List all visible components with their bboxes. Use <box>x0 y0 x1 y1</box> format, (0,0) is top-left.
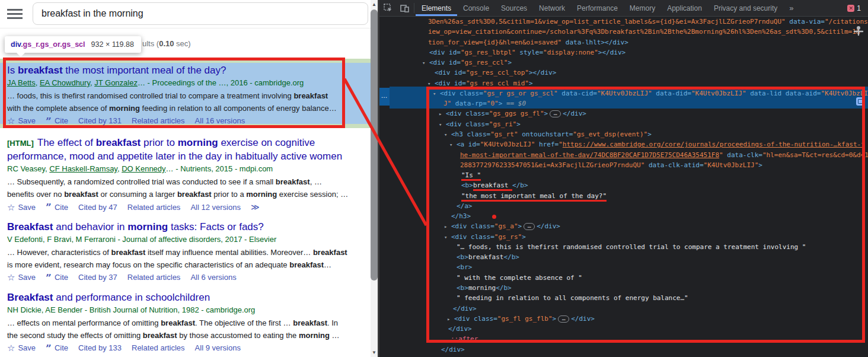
code-line[interactable]: </div> <box>379 304 868 314</box>
expand-arrow-icon[interactable]: ▸ <box>447 314 454 324</box>
expand-arrow-icon[interactable]: ▾ <box>449 140 457 150</box>
scrollbar-down-button[interactable]: ▼ <box>371 349 378 357</box>
code-line[interactable]: <b>breakfast</b> <box>379 252 868 262</box>
author-link[interactable]: JA Betts <box>7 78 36 87</box>
author-link[interactable]: JT Gonzalez <box>94 78 138 87</box>
author-link[interactable]: CF Haskell-Ramsay <box>49 164 117 173</box>
code-line[interactable]: ▸<div class="gs_fl gs_flb">…</div> <box>379 314 868 324</box>
code-line[interactable]: " feeding in relation to all components … <box>379 293 868 303</box>
expand-arrow-icon[interactable]: ▾ <box>422 58 429 68</box>
code-line[interactable]: ▾<div class="gs_r gs_or gs_scl" data-cid… <box>379 88 868 98</box>
result-action-link[interactable]: Related articles <box>132 343 185 352</box>
collapsed-content-badge[interactable]: … <box>550 110 561 117</box>
code-line[interactable]: </div> <box>379 345 868 355</box>
code-line[interactable]: </h3> <box>379 211 868 221</box>
code-line[interactable]: J" data-rp="0"> == $0 <box>379 98 868 109</box>
code-line[interactable]: "the most important meal of the day?" <box>379 191 868 201</box>
code-line[interactable]: ▸<div class="gs_ggs gs_fl">…</div> <box>379 109 868 119</box>
result-action-link[interactable]: ☆Save <box>7 116 36 125</box>
code-line[interactable]: </a> <box>379 201 868 211</box>
more-tabs-button[interactable]: » <box>783 0 799 16</box>
code-line[interactable]: 2883772976233547051&ei=Ax3FacjlLZGrieoP7… <box>379 160 868 170</box>
code-line[interactable]: ▸<div class="gs_r gs_or gs_scl" data-cid… <box>379 355 868 357</box>
author-link[interactable]: DO Kennedy <box>122 164 165 173</box>
code-line[interactable]: <br> <box>379 262 868 272</box>
expand-arrow-icon[interactable]: ▾ <box>444 130 451 140</box>
code-line[interactable]: <div id="gs_res_lbtpl" style="display:no… <box>379 47 868 58</box>
code-text: <b> <box>461 181 473 189</box>
menu-button[interactable] <box>7 9 23 19</box>
code-line[interactable]: ▾<a id="K4Utv0JbzLIJ" href="https://www.… <box>379 139 868 149</box>
code-line[interactable]: ▾<div class="gs_rs"> <box>379 232 868 242</box>
result-action-link[interactable]: ☆Save <box>7 203 36 212</box>
result-action-link[interactable]: ☆Save <box>7 273 36 282</box>
result-title-link[interactable]: [HTML]The effect of breakfast prior to m… <box>7 136 346 150</box>
result-action-link[interactable]: ☆Save <box>7 343 36 352</box>
expand-arrow-icon[interactable]: ▾ <box>427 79 435 89</box>
more-results-icon[interactable]: ≫ <box>251 202 260 212</box>
code-line[interactable]: <div id="gs_res_ccl_top"></div> <box>379 68 868 78</box>
expand-arrow-icon[interactable]: ▾ <box>439 120 446 130</box>
result-title-link[interactable]: Breakfast and behavior in morning tasks:… <box>7 221 346 234</box>
result-title-link[interactable]: Breakfast and performance in schoolchild… <box>7 291 346 304</box>
error-count-badge[interactable]: ✕ 1 <box>847 0 868 16</box>
result-action-link[interactable]: Cited by 37 <box>78 273 117 282</box>
code-line[interactable]: tion_for_view={id}&hl=en&oi=saved" data-… <box>379 37 868 47</box>
code-line[interactable]: he-most-important-meal-of-the-day/74DC8B… <box>379 150 868 160</box>
expand-arrow-icon[interactable]: ▾ <box>433 89 440 99</box>
result-action-link[interactable]: ”Cite <box>46 343 68 352</box>
result-action-link[interactable]: All 12 versions <box>190 203 241 212</box>
code-line[interactable]: " with the complete absence of " <box>379 273 868 283</box>
code-line[interactable]: ▾<div id="gs_res_ccl"> <box>379 58 868 68</box>
result-action-link[interactable]: ”Cite <box>46 203 68 212</box>
expand-arrow-icon[interactable]: ▸ <box>444 222 451 232</box>
devtools-tab-memory[interactable]: Memory <box>624 0 661 16</box>
result-title-link[interactable]: Is breakfast the most important meal of … <box>7 64 346 77</box>
device-toolbar-button[interactable] <box>396 0 413 16</box>
selected-row-action-icon[interactable] <box>856 97 864 106</box>
scrollbar-track[interactable]: ▲ ▼ <box>371 0 378 357</box>
result-action-link[interactable]: ”Cite <box>46 116 68 125</box>
devtools-tab-privacy-and-security[interactable]: Privacy and security <box>708 0 783 16</box>
devtools-tab-performance[interactable]: Performance <box>571 0 624 16</box>
devtools-tab-application[interactable]: Application <box>661 0 708 16</box>
expand-arrow-icon[interactable]: ▸ <box>439 109 446 119</box>
collapsed-content-badge[interactable]: … <box>558 315 569 323</box>
code-line[interactable]: <b>morning</b> <box>379 283 868 293</box>
code-line[interactable]: iew_op=view_citation&continue=/scholar%3… <box>379 27 868 37</box>
search-input[interactable] <box>33 2 368 25</box>
code-line[interactable]: 3Den%26as_sdt%3D0,5&citilm=1&view_op=lis… <box>379 17 868 27</box>
collapsed-content-badge[interactable]: … <box>524 223 535 230</box>
code-line[interactable]: "… foods, this is thefirst randomised co… <box>379 242 868 252</box>
expand-arrow-icon[interactable]: ▾ <box>444 232 451 243</box>
inspect-element-button[interactable] <box>379 0 396 16</box>
devtools-tab-network[interactable]: Network <box>533 0 571 16</box>
result-action-link[interactable]: Cited by 133 <box>78 343 122 352</box>
row-menu-button[interactable]: … <box>379 88 390 106</box>
result-action-link[interactable]: Related articles <box>127 273 181 282</box>
result-action-link[interactable]: Related articles <box>127 203 181 212</box>
title-text: The effect of <box>37 137 96 148</box>
author-link[interactable]: EA Chowdhury <box>40 78 90 87</box>
scrollbar-up-button[interactable]: ▲ <box>371 0 378 8</box>
result-action-link[interactable]: Cited by 131 <box>78 116 122 125</box>
scrollbar-thumb[interactable] <box>371 9 378 280</box>
code-line[interactable]: </div> <box>379 324 868 334</box>
code-line[interactable]: ▸<div class="gs_a">…</div> <box>379 221 868 231</box>
code-line[interactable]: "Is " <box>379 170 868 180</box>
result-action-link[interactable]: Cited by 47 <box>78 203 117 212</box>
result-action-link[interactable]: ”Cite <box>46 273 68 282</box>
code-line[interactable]: ▾<div class="gs_ri"> <box>379 119 868 129</box>
result-action-link[interactable]: All 16 versions <box>195 116 245 125</box>
code-line[interactable]: ▾<div id="gs_res_ccl_mid"> <box>379 78 868 88</box>
devtools-tab-sources[interactable]: Sources <box>495 0 533 16</box>
devtools-tab-elements[interactable]: Elements <box>416 0 457 16</box>
result-action-link[interactable]: All 9 versions <box>195 343 241 352</box>
code-line[interactable]: ::after <box>379 334 868 344</box>
result-action-link[interactable]: All 6 versions <box>190 273 236 282</box>
devtools-tab-console[interactable]: Console <box>457 0 495 16</box>
result-title-link[interactable]: performance, mood and appetite later in … <box>7 150 346 163</box>
code-line[interactable]: <b>breakfast </b> <box>379 180 868 190</box>
result-action-link[interactable]: Related articles <box>132 116 185 125</box>
code-line[interactable]: ▾<h3 class="gs_rt" ontouchstart="gs_evt_… <box>379 129 868 139</box>
